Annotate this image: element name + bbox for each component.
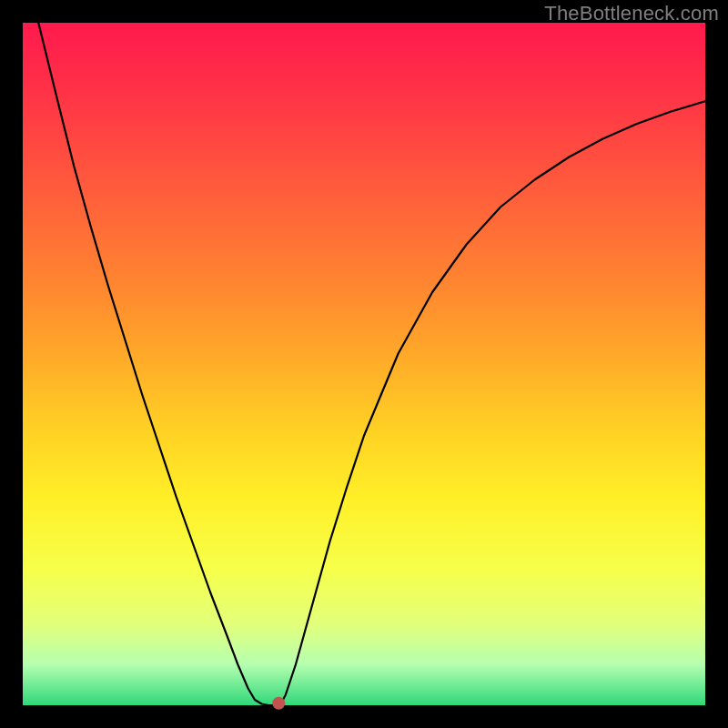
optimal-point-marker [272,697,285,710]
watermark-text: TheBottleneck.com [544,2,719,25]
chart-container: TheBottleneck.com [0,0,728,728]
plot-background [23,23,705,705]
bottleneck-chart [0,0,728,728]
